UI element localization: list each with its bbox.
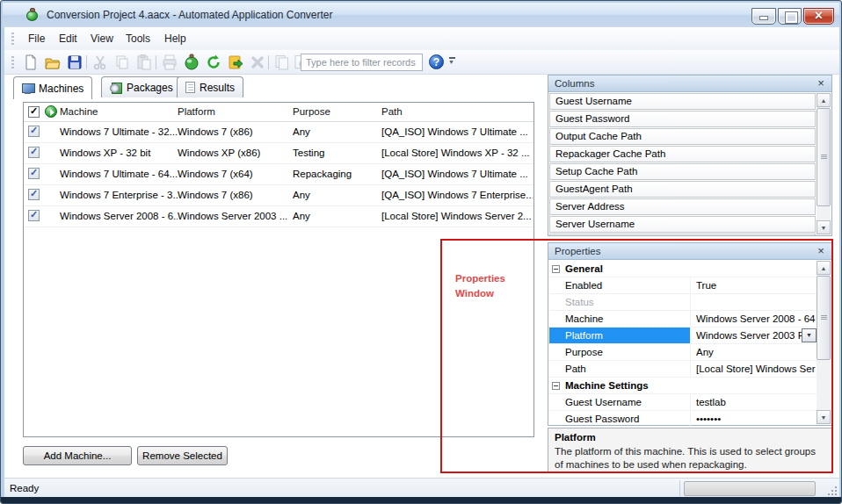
client-area: File Edit View Tools Help (4, 27, 839, 498)
close-button[interactable] (803, 8, 834, 25)
annotation-line2: Window (455, 286, 505, 301)
tab-machines-label: Machines (39, 83, 83, 95)
save-icon[interactable] (66, 54, 83, 71)
cell-platform: Windows XP (x86) (178, 148, 292, 158)
status-text: Ready (10, 483, 39, 493)
resize-grip[interactable] (828, 486, 837, 495)
column-header-purpose[interactable]: Purpose (293, 106, 330, 117)
cell-purpose: Any (293, 190, 381, 200)
table-row[interactable]: Windows 7 Ultimate - 64... Windows 7 (x6… (24, 164, 534, 185)
cell-platform: Windows 7 (x86) (178, 190, 292, 200)
packages-tab-icon (110, 82, 122, 93)
cell-path: [QA_ISO] Windows 7 Ultimate ... (381, 169, 533, 179)
row-checkbox[interactable] (28, 147, 40, 158)
table-row[interactable]: Windows 7 Ultimate - 32... Windows 7 (x8… (24, 122, 534, 143)
cell-platform: Windows 7 (x86) (178, 126, 292, 137)
cell-purpose: Any (293, 126, 381, 137)
row-checkbox[interactable] (28, 168, 40, 179)
toolbar-grip-handle[interactable] (11, 56, 14, 68)
open-icon[interactable] (44, 54, 62, 71)
column-header-platform[interactable]: Platform (178, 106, 215, 117)
window-title: Conversion Project 4.aacx - Automated Ap… (47, 9, 333, 21)
toolbar-overflow-icon[interactable] (448, 57, 457, 68)
columns-panel-title: Columns × (548, 76, 831, 92)
filter-input[interactable] (301, 54, 423, 71)
import-icon[interactable] (227, 54, 244, 71)
table-row[interactable]: Windows XP - 32 bit Windows XP (x86) Tes… (24, 143, 534, 164)
column-item[interactable]: GuestAgent Path (549, 181, 816, 198)
cell-machine: Windows Server 2008 - 6... (60, 211, 178, 221)
cut-icon (91, 54, 109, 71)
app-window: Conversion Project 4.aacx - Automated Ap… (0, 0, 842, 504)
new-icon[interactable] (22, 54, 40, 71)
select-all-checkbox[interactable] (28, 106, 40, 118)
cell-path: [QA_ISO] Windows 7 Enterprise... (381, 190, 533, 200)
tab-packages[interactable]: Packages (101, 76, 182, 97)
machine-list-header[interactable]: Machine Platform Purpose Path (24, 103, 534, 122)
paste-icon (135, 54, 153, 71)
status-progress-area (684, 481, 816, 496)
app-icon (25, 8, 40, 22)
table-row[interactable]: Windows 7 Enterprise - 3... Windows 7 (x… (24, 185, 534, 206)
columns-list: Guest Username Guest Password Output Cac… (548, 93, 816, 235)
cancel-icon (249, 54, 266, 71)
columns-panel-close-icon[interactable]: × (815, 76, 827, 90)
scroll-up-icon[interactable]: ▲ (817, 93, 831, 107)
cell-machine: Windows 7 Enterprise - 3... (60, 190, 178, 200)
add-machine-button[interactable]: Add Machine... (23, 446, 132, 465)
table-row[interactable]: Windows Server 2008 - 6... Windows Serve… (24, 206, 534, 227)
column-item[interactable]: Guest Username (549, 93, 816, 110)
menu-bar: File Edit View Tools Help (4, 27, 839, 50)
row-checkbox[interactable] (28, 189, 40, 200)
duplicate-icon (273, 54, 291, 71)
help-icon[interactable] (429, 54, 444, 69)
results-tab-icon (185, 82, 195, 93)
cell-machine: Windows XP - 32 bit (60, 148, 178, 158)
remove-selected-button[interactable]: Remove Selected (137, 446, 228, 465)
menu-tools[interactable]: Tools (119, 31, 157, 47)
tab-results[interactable]: Results (177, 76, 243, 97)
scrollbar-thumb[interactable] (817, 108, 831, 206)
columns-panel: Columns × Guest Username Guest Password … (548, 75, 832, 236)
columns-scrollbar[interactable]: ▲ ▼ (817, 93, 831, 234)
tab-packages-label: Packages (127, 82, 173, 94)
menu-file[interactable]: File (21, 31, 52, 47)
scroll-down-icon[interactable]: ▼ (817, 220, 831, 234)
columns-panel-title-label: Columns (555, 78, 594, 89)
column-header-machine[interactable]: Machine (60, 106, 98, 117)
column-header-path[interactable]: Path (381, 106, 403, 117)
refresh-icon[interactable] (205, 54, 222, 71)
row-checkbox[interactable] (28, 210, 40, 221)
machines-tab-icon (22, 83, 34, 94)
cell-machine: Windows 7 Ultimate - 32... (60, 126, 178, 137)
column-item[interactable]: Guest Password (549, 111, 816, 127)
column-item[interactable]: Server Address (549, 198, 816, 215)
menu-view[interactable]: View (83, 31, 120, 47)
maximize-button[interactable] (778, 8, 802, 25)
minimize-button[interactable] (751, 8, 776, 25)
status-bar: Ready (4, 478, 839, 498)
cell-purpose: Testing (293, 148, 381, 158)
title-bar: Conversion Project 4.aacx - Automated Ap… (3, 3, 839, 27)
cell-purpose: Any (293, 211, 381, 221)
column-item[interactable]: Server Password (549, 234, 816, 235)
cell-path: [Local Store] Windows XP - 32 ... (381, 148, 533, 158)
cell-machine: Windows 7 Ultimate - 64... (60, 169, 178, 179)
window-bottom-border (1, 497, 841, 503)
column-item[interactable]: Server Username (549, 216, 816, 233)
column-item[interactable]: Setup Cache Path (549, 163, 816, 180)
column-item[interactable]: Output Cache Path (549, 128, 816, 145)
column-item[interactable]: Repackager Cache Path (549, 146, 816, 162)
annotation-label: Properties Window (455, 271, 505, 301)
menu-grip-handle[interactable] (11, 32, 14, 45)
menu-edit[interactable]: Edit (52, 31, 84, 47)
cell-path: [Local Store] Windows Server 2... (381, 211, 533, 221)
copy-icon (113, 54, 131, 71)
row-checkbox[interactable] (28, 126, 40, 137)
toolbar (4, 50, 839, 75)
cell-path: [QA_ISO] Windows 7 Ultimate ... (381, 126, 533, 137)
convert-icon[interactable] (183, 54, 200, 71)
menu-help[interactable]: Help (157, 31, 193, 47)
tab-results-label: Results (200, 82, 235, 94)
tab-machines[interactable]: Machines (13, 76, 92, 99)
